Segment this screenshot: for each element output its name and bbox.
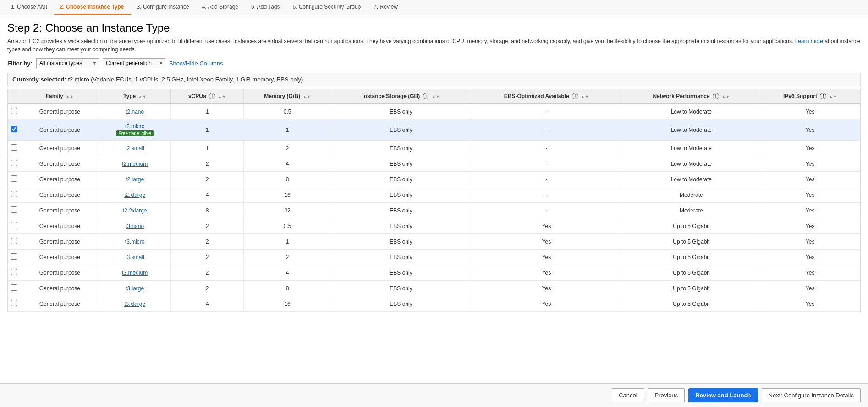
col-network[interactable]: Network Performance i ▲▼ bbox=[622, 89, 760, 103]
table-row[interactable]: General purposet2.large28EBS only-Low to… bbox=[8, 172, 860, 187]
row-type-link[interactable]: t2.xlarge bbox=[124, 192, 145, 198]
row-checkbox[interactable] bbox=[11, 206, 17, 213]
row-checkbox[interactable] bbox=[11, 300, 17, 306]
row-type-link[interactable]: t3.micro bbox=[125, 239, 145, 245]
col-family[interactable]: Family ▲▼ bbox=[21, 89, 99, 103]
wizard-step-configure-security-group[interactable]: 6. Configure Security Group bbox=[286, 0, 368, 15]
table-row[interactable]: General purposet2.medium24EBS only-Low t… bbox=[8, 156, 860, 172]
row-checkbox[interactable] bbox=[11, 175, 17, 182]
row-type[interactable]: t3.micro bbox=[99, 234, 171, 250]
row-type-link[interactable]: t2.2xlarge bbox=[123, 207, 147, 214]
ebs-info-icon[interactable]: i bbox=[572, 93, 578, 99]
row-checkbox[interactable] bbox=[11, 238, 17, 244]
row-family: General purpose bbox=[21, 234, 99, 250]
row-vcpus: 2 bbox=[171, 218, 244, 234]
network-info-icon[interactable]: i bbox=[713, 93, 719, 99]
row-type[interactable]: t2.2xlarge bbox=[99, 203, 171, 218]
row-type[interactable]: t2.microFree tier eligible bbox=[99, 119, 171, 141]
row-checkbox[interactable] bbox=[11, 284, 17, 291]
row-checkbox[interactable] bbox=[11, 269, 17, 275]
learn-more-link[interactable]: Learn more bbox=[795, 38, 823, 44]
row-type[interactable]: t2.nano bbox=[99, 103, 171, 119]
row-ipv6: Yes bbox=[760, 172, 860, 187]
table-row[interactable]: General purposet3.micro21EBS onlyYesUp t… bbox=[8, 234, 860, 250]
page-description: Amazon EC2 provides a wide selection of … bbox=[7, 37, 861, 54]
col-vcpus[interactable]: vCPUs i ▲▼ bbox=[171, 89, 244, 103]
row-type-link[interactable]: t3.xlarge bbox=[124, 301, 145, 307]
row-checkbox[interactable] bbox=[11, 191, 17, 197]
row-type-link[interactable]: t2.large bbox=[126, 176, 144, 183]
row-ebs-opt: - bbox=[471, 141, 622, 156]
currently-selected-bar: Currently selected: t2.micro (Variable E… bbox=[7, 73, 861, 86]
table-header-row: Family ▲▼ Type ▲▼ vCPUs i ▲▼ Memory (GiB… bbox=[8, 89, 860, 103]
ipv6-info-icon[interactable]: i bbox=[820, 93, 826, 99]
row-checkbox[interactable] bbox=[11, 144, 17, 151]
row-type-link[interactable]: t3.small bbox=[126, 254, 144, 260]
row-checkbox[interactable] bbox=[11, 222, 17, 228]
row-checkbox-cell bbox=[8, 265, 21, 281]
row-vcpus: 1 bbox=[171, 141, 244, 156]
row-type-link[interactable]: t2.micro bbox=[125, 123, 145, 130]
show-hide-columns-link[interactable]: Show/Hide Columns bbox=[169, 60, 223, 67]
table-row[interactable]: General purposet2.microFree tier eligibl… bbox=[8, 119, 860, 141]
row-type-link[interactable]: t3.large bbox=[126, 285, 144, 292]
row-checkbox-cell bbox=[8, 156, 21, 172]
storage-info-icon[interactable]: i bbox=[423, 93, 429, 99]
row-type[interactable]: t3.small bbox=[99, 250, 171, 265]
vcpus-sort-icon: ▲▼ bbox=[218, 94, 226, 99]
row-vcpus: 4 bbox=[171, 296, 244, 312]
wizard-step-add-tags[interactable]: 5. Add Tags bbox=[245, 0, 286, 15]
table-row[interactable]: General purposet2.2xlarge832EBS only-Mod… bbox=[8, 203, 860, 218]
row-type[interactable]: t2.large bbox=[99, 172, 171, 187]
wizard-step-review[interactable]: 7. Review bbox=[367, 0, 404, 15]
col-type[interactable]: Type ▲▼ bbox=[99, 89, 171, 103]
row-ebs-opt: Yes bbox=[471, 250, 622, 265]
wizard-step-choose-ami[interactable]: 1. Choose AMI bbox=[5, 0, 54, 15]
wizard-step-add-storage[interactable]: 4. Add Storage bbox=[196, 0, 245, 15]
row-memory: 1 bbox=[243, 234, 331, 250]
table-row[interactable]: General purposet3.small22EBS onlyYesUp t… bbox=[8, 250, 860, 265]
wizard-step-choose-instance-type[interactable]: 2. Choose Instance Type bbox=[54, 0, 131, 15]
row-ipv6: Yes bbox=[760, 119, 860, 141]
table-row[interactable]: General purposet3.xlarge416EBS onlyYesUp… bbox=[8, 296, 860, 312]
col-ebs-opt[interactable]: EBS-Optimized Available i ▲▼ bbox=[471, 89, 622, 103]
storage-sort-icon: ▲▼ bbox=[432, 94, 440, 99]
row-type-link[interactable]: t2.small bbox=[126, 145, 144, 152]
row-type[interactable]: t2.medium bbox=[99, 156, 171, 172]
row-type[interactable]: t2.small bbox=[99, 141, 171, 156]
row-checkbox[interactable] bbox=[11, 108, 17, 114]
row-type[interactable]: t2.xlarge bbox=[99, 187, 171, 203]
wizard-step-configure-instance[interactable]: 3. Configure Instance bbox=[131, 0, 196, 15]
row-type[interactable]: t3.xlarge bbox=[99, 296, 171, 312]
row-checkbox[interactable] bbox=[11, 126, 17, 132]
row-checkbox[interactable] bbox=[11, 253, 17, 260]
row-storage: EBS only bbox=[331, 203, 471, 218]
table-row[interactable]: General purposet3.medium24EBS onlyYesUp … bbox=[8, 265, 860, 281]
row-checkbox-cell bbox=[8, 172, 21, 187]
row-storage: EBS only bbox=[331, 103, 471, 119]
col-storage[interactable]: Instance Storage (GB) i ▲▼ bbox=[331, 89, 471, 103]
generation-filter[interactable]: Current generation All generations Previ… bbox=[103, 58, 165, 68]
col-ipv6[interactable]: IPv6 Support i ▲▼ bbox=[760, 89, 860, 103]
table-row[interactable]: General purposet3.large28EBS onlyYesUp t… bbox=[8, 281, 860, 296]
table-row[interactable]: General purposet2.nano10.5EBS only-Low t… bbox=[8, 103, 860, 119]
row-ipv6: Yes bbox=[760, 218, 860, 234]
table-row[interactable]: General purposet3.nano20.5EBS onlyYesUp … bbox=[8, 218, 860, 234]
instance-type-filter[interactable]: All instance types Current generation Pr… bbox=[36, 58, 99, 68]
row-type[interactable]: t3.nano bbox=[99, 218, 171, 234]
row-type-link[interactable]: t2.medium bbox=[122, 161, 148, 167]
col-memory[interactable]: Memory (GiB) ▲▼ bbox=[243, 89, 331, 103]
row-memory: 2 bbox=[243, 250, 331, 265]
row-network: Low to Moderate bbox=[622, 141, 760, 156]
table-row[interactable]: General purposet2.small12EBS only-Low to… bbox=[8, 141, 860, 156]
row-ipv6: Yes bbox=[760, 234, 860, 250]
row-checkbox[interactable] bbox=[11, 160, 17, 166]
row-type[interactable]: t3.medium bbox=[99, 265, 171, 281]
row-vcpus: 2 bbox=[171, 265, 244, 281]
table-row[interactable]: General purposet2.xlarge416EBS only-Mode… bbox=[8, 187, 860, 203]
vcpus-info-icon[interactable]: i bbox=[209, 93, 215, 99]
row-type[interactable]: t3.large bbox=[99, 281, 171, 296]
row-type-link[interactable]: t2.nano bbox=[126, 109, 144, 115]
row-type-link[interactable]: t3.nano bbox=[126, 223, 144, 229]
row-type-link[interactable]: t3.medium bbox=[122, 270, 148, 276]
